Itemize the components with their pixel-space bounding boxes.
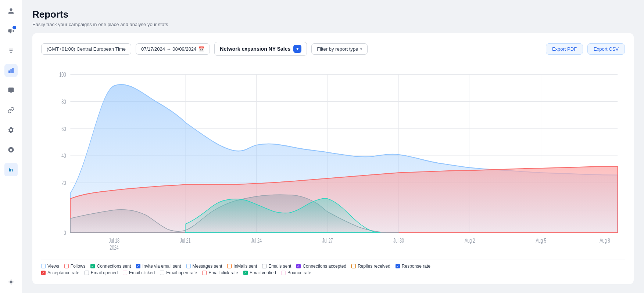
legend-acceptance-rate[interactable]: ✓ Acceptance rate xyxy=(41,270,79,275)
legend-label-follows: Follows xyxy=(71,264,86,269)
legend-label-replies-received: Replies received xyxy=(358,264,390,269)
legend-label-bounce-rate: Bounce rate xyxy=(287,270,311,275)
export-pdf-button[interactable]: Export PDF xyxy=(546,43,583,55)
svg-text:Jul 24: Jul 24 xyxy=(251,237,262,244)
legend-box-email-open-rate xyxy=(160,271,164,275)
legend-label-email-verified: Email verified xyxy=(250,270,276,275)
legend-label-messages-sent: Messages sent xyxy=(193,264,222,269)
chart-legend: Views Follows ✓ Connections sent ✓ Invit… xyxy=(41,260,625,275)
legend-email-verified[interactable]: ✓ Email verified xyxy=(243,270,276,275)
legend-label-connections-sent: Connections sent xyxy=(97,264,131,269)
legend-email-open-rate[interactable]: Email open rate xyxy=(160,270,197,275)
legend-email-clicked[interactable]: Email clicked xyxy=(123,270,155,275)
campaign-selector[interactable]: Network expansion NY Sales ▾ xyxy=(214,42,307,56)
sidebar-icon-link[interactable] xyxy=(4,104,18,117)
legend-connections-sent[interactable]: ✓ Connections sent xyxy=(90,264,131,269)
svg-text:Aug 2: Aug 2 xyxy=(465,237,475,244)
toolbar: (GMT+01:00) Central European Time 07/17/… xyxy=(41,42,625,56)
svg-text:100: 100 xyxy=(59,71,66,78)
legend-label-connections-accepted: Connections accepted xyxy=(303,264,346,269)
sidebar-icon-settings[interactable] xyxy=(4,123,18,137)
legend-label-emails-sent: Emails sent xyxy=(268,264,291,269)
sidebar-icon-chart[interactable] xyxy=(4,64,18,77)
campaign-name: Network expansion NY Sales xyxy=(220,46,290,52)
svg-text:Aug 5: Aug 5 xyxy=(536,237,546,244)
legend-email-click-rate[interactable]: Email click rate xyxy=(202,270,238,275)
page-subtitle: Easily track your campaigns in one place… xyxy=(32,22,634,27)
sidebar-icon-filter[interactable] xyxy=(4,44,18,57)
legend-email-opened[interactable]: Email opened xyxy=(85,270,118,275)
sidebar-icon-theme[interactable] xyxy=(4,275,18,289)
legend-connections-accepted[interactable]: ✓ Connections accepted xyxy=(296,264,346,269)
svg-point-3 xyxy=(10,281,12,283)
legend-label-email-open-rate: Email open rate xyxy=(166,270,197,275)
legend-label-response-rate: Response rate xyxy=(402,264,430,269)
legend-box-bounce-rate xyxy=(281,271,286,275)
sidebar-icon-linkedin[interactable]: in xyxy=(4,163,18,176)
legend-follows[interactable]: Follows xyxy=(64,264,86,269)
legend-label-email-opened: Email opened xyxy=(91,270,118,275)
svg-text:0: 0 xyxy=(64,229,66,236)
svg-text:Jul 30: Jul 30 xyxy=(393,237,404,244)
svg-rect-2 xyxy=(12,68,13,73)
filter-dropdown-arrow: ▾ xyxy=(360,47,362,51)
legend-messages-sent[interactable]: Messages sent xyxy=(186,264,222,269)
page-header: Reports Easily track your campaigns in o… xyxy=(32,9,634,27)
chart-area: 100 80 60 40 20 0 xyxy=(41,63,625,255)
svg-text:20: 20 xyxy=(61,180,66,187)
legend-label-email-click-rate: Email click rate xyxy=(208,270,238,275)
legend-replies-received[interactable]: Replies received xyxy=(351,264,390,269)
legend-box-follows xyxy=(64,264,69,268)
legend-bounce-rate[interactable]: Bounce rate xyxy=(281,270,311,275)
reports-card: (GMT+01:00) Central European Time 07/17/… xyxy=(32,33,634,284)
legend-box-email-click-rate xyxy=(202,271,207,275)
legend-label-invite-email: Invite via email sent xyxy=(142,264,181,269)
sidebar-icon-megaphone[interactable] xyxy=(4,24,18,37)
legend-check-invite-email: ✓ xyxy=(136,264,140,268)
svg-text:2024: 2024 xyxy=(110,244,118,251)
legend-box-email-opened xyxy=(85,271,89,275)
legend-label-views: Views xyxy=(47,264,59,269)
date-range-picker[interactable]: 07/17/2024 → 08/09/2024 📅 xyxy=(136,43,210,55)
legend-box-email-clicked xyxy=(123,271,127,275)
svg-text:60: 60 xyxy=(61,125,66,132)
sidebar-icon-user[interactable] xyxy=(4,4,18,18)
date-range-label: 07/17/2024 → 08/09/2024 xyxy=(141,46,196,52)
timezone-selector[interactable]: (GMT+01:00) Central European Time xyxy=(41,43,131,55)
legend-emails-sent[interactable]: Emails sent xyxy=(262,264,291,269)
legend-invite-email[interactable]: ✓ Invite via email sent xyxy=(136,264,181,269)
sidebar-icon-chat[interactable] xyxy=(4,84,18,97)
svg-text:Jul 21: Jul 21 xyxy=(180,237,190,244)
legend-box-messages-sent xyxy=(186,264,191,268)
sidebar: in xyxy=(0,0,22,293)
legend-check-acceptance-rate: ✓ xyxy=(41,271,46,275)
export-csv-button[interactable]: Export CSV xyxy=(587,43,625,55)
campaign-dropdown-arrow[interactable]: ▾ xyxy=(293,45,301,53)
legend-response-rate[interactable]: ✓ Response rate xyxy=(396,264,430,269)
legend-box-views xyxy=(41,264,46,268)
legend-label-inmails-sent: InMails sent xyxy=(233,264,257,269)
svg-text:Jul 18: Jul 18 xyxy=(109,237,119,244)
sidebar-icon-rocket[interactable] xyxy=(4,143,18,156)
timezone-label: (GMT+01:00) Central European Time xyxy=(47,46,126,52)
legend-check-response-rate: ✓ xyxy=(396,264,400,268)
svg-text:40: 40 xyxy=(61,152,66,159)
svg-text:80: 80 xyxy=(61,98,66,105)
legend-box-replies-received xyxy=(351,264,356,268)
svg-rect-1 xyxy=(10,69,11,73)
main-content: Reports Easily track your campaigns in o… xyxy=(22,0,644,293)
legend-views[interactable]: Views xyxy=(41,264,59,269)
svg-text:Jul 27: Jul 27 xyxy=(322,237,333,244)
svg-rect-0 xyxy=(8,70,10,73)
legend-label-email-clicked: Email clicked xyxy=(129,270,155,275)
legend-check-connections-accepted: ✓ xyxy=(296,264,301,268)
area-chart: 100 80 60 40 20 0 xyxy=(41,63,625,255)
filter-type-selector[interactable]: Filter by report type ▾ xyxy=(311,43,368,55)
legend-inmails-sent[interactable]: InMails sent xyxy=(227,264,257,269)
legend-box-emails-sent xyxy=(262,264,266,268)
svg-text:Aug 8: Aug 8 xyxy=(600,237,610,244)
legend-check-email-verified: ✓ xyxy=(243,271,248,275)
page-title: Reports xyxy=(32,9,634,20)
legend-check-connections-sent: ✓ xyxy=(90,264,95,268)
legend-box-inmails-sent xyxy=(227,264,232,268)
